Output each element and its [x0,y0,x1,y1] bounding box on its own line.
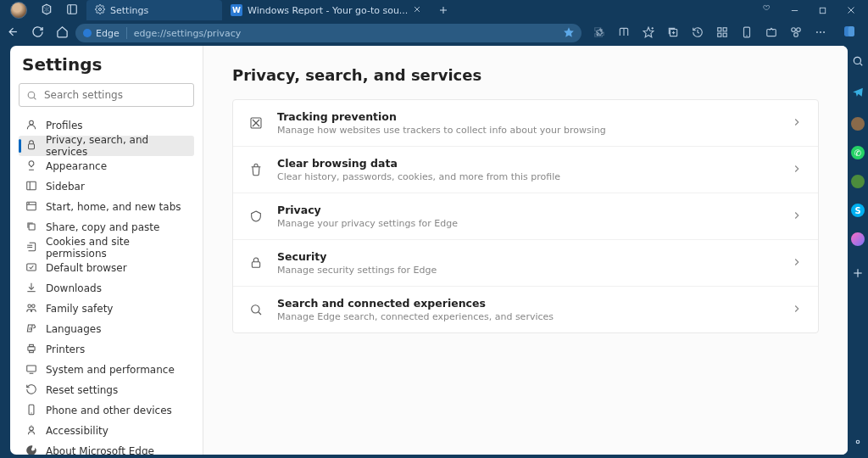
rewards-icon[interactable] [760,3,771,19]
back-icon[interactable] [7,25,19,42]
nav-item-start-home-and-new-tabs[interactable]: Start, home, and new tabs [19,197,194,217]
tab-settings[interactable]: Settings [86,0,222,20]
new-tab-button[interactable] [430,0,457,20]
row-icon [248,209,264,223]
nav-icon [25,363,37,377]
nav-label: Default browser [46,262,127,274]
nav-label: Phone and other devices [46,405,172,416]
svg-point-68 [252,305,259,313]
settings-row-search-and-connected-experiences[interactable]: Search and connected experiences Manage … [233,286,818,332]
nav-item-cookies-and-site-permissions[interactable]: Cookies and site permissions [19,237,194,258]
site-icon: W [231,4,242,16]
row-subtitle: Manage how websites use trackers to coll… [277,125,777,136]
nav-label: Accessibility [46,425,108,437]
collections-icon[interactable] [667,25,679,42]
svg-point-27 [792,27,796,31]
nav-item-accessibility[interactable]: Accessibility [19,421,194,441]
svg-rect-45 [29,224,35,230]
side-add-icon[interactable] [852,266,864,282]
mobile-icon[interactable] [741,25,753,42]
performance-icon[interactable] [790,25,802,42]
tab-windows-report[interactable]: W Windows Report - Your go-to sou... [222,0,430,20]
svg-rect-57 [30,350,34,352]
svg-rect-67 [252,262,259,268]
side-app-icon[interactable] [851,175,865,188]
profile-avatar[interactable] [10,2,27,19]
copilot-icon[interactable] [843,25,856,42]
extensions-icon[interactable] [593,25,605,42]
svg-rect-34 [849,26,854,36]
settings-row-security[interactable]: Security Manage security settings for Ed… [233,239,818,286]
sidebar-settings-icon[interactable] [852,435,864,451]
nav-item-share-copy-and-paste[interactable]: Share, copy and paste [19,217,194,237]
nav-item-privacy-search-and-services[interactable]: Privacy, search, and services [19,136,194,156]
nav-label: Cookies and site permissions [46,236,187,260]
nav-label: Sidebar [46,181,85,193]
row-icon [248,163,264,176]
row-icon [248,303,264,316]
nav-item-downloads[interactable]: Downloads [19,278,194,299]
row-title: Tracking prevention [277,110,777,123]
favorite-star-icon[interactable] [563,25,575,42]
home-icon[interactable] [56,25,69,42]
nav-item-default-browser[interactable]: Default browser [19,258,194,278]
favorites-icon[interactable] [643,25,654,42]
nav-item-reset-settings[interactable]: Reset settings [19,380,194,400]
nav-icon [25,404,37,418]
nav-icon [25,383,37,398]
nav-item-profiles[interactable]: Profiles [19,115,194,136]
nav-icon [25,139,37,154]
svg-marker-13 [564,27,574,37]
search-input[interactable] [44,89,186,101]
nav-icon [25,159,37,174]
nav-item-phone-and-other-devices[interactable]: Phone and other devices [19,400,194,421]
share-icon[interactable] [765,25,777,42]
side-skype-icon[interactable]: S [851,204,865,217]
settings-row-tracking-prevention[interactable]: Tracking prevention Manage how websites … [233,100,818,146]
close-tab-icon[interactable] [413,5,421,16]
svg-point-74 [856,440,860,444]
nav-label: Profiles [46,120,83,131]
side-search-icon[interactable] [852,54,864,70]
side-telegram-icon[interactable] [852,86,864,102]
nav-item-family-safety[interactable]: Family safety [19,299,194,319]
app-icon[interactable] [716,25,728,42]
nav-icon [25,343,37,357]
row-title: Security [277,250,777,263]
settings-row-privacy[interactable]: Privacy Manage your privacy settings for… [233,193,818,239]
svg-line-69 [259,312,261,315]
svg-line-71 [860,64,863,66]
nav-label: Family safety [46,303,113,315]
address-bar[interactable]: Edge edge://settings/privacy [75,24,581,42]
nav-item-printers[interactable]: Printers [19,339,194,360]
more-icon[interactable] [815,25,826,42]
reading-icon[interactable] [618,25,630,42]
workspaces-icon[interactable] [41,3,53,19]
side-avatar-icon[interactable] [851,117,865,131]
side-whatsapp-icon[interactable]: ✆ [851,146,865,159]
refresh-icon[interactable] [31,25,44,42]
nav-item-appearance[interactable]: Appearance [19,156,194,176]
svg-rect-50 [27,263,36,270]
tab-actions-icon[interactable] [66,3,78,19]
svg-rect-58 [30,344,34,346]
nav-item-about-microsoft-edge[interactable]: About Microsoft Edge [19,441,194,455]
nav-icon [25,241,37,255]
nav-icon [25,221,37,235]
close-window-icon[interactable] [846,3,856,19]
nav-item-languages[interactable]: ALanguages [19,319,194,339]
row-subtitle: Manage Edge search, connected experience… [277,311,777,322]
history-icon[interactable] [692,25,704,42]
nav-label: Reset settings [46,384,118,396]
nav-item-system-and-performance[interactable]: System and performance [19,360,194,380]
minimize-icon[interactable] [790,3,799,19]
nav-icon [25,302,37,316]
settings-search[interactable] [19,83,194,107]
settings-row-clear-browsing-data[interactable]: Clear browsing data Clear history, passw… [233,146,818,193]
svg-point-63 [30,426,34,430]
svg-rect-22 [718,33,721,36]
maximize-icon[interactable] [818,3,827,19]
side-messenger-icon[interactable] [851,232,865,246]
row-title: Privacy [277,204,777,216]
nav-item-sidebar[interactable]: Sidebar [19,176,194,197]
